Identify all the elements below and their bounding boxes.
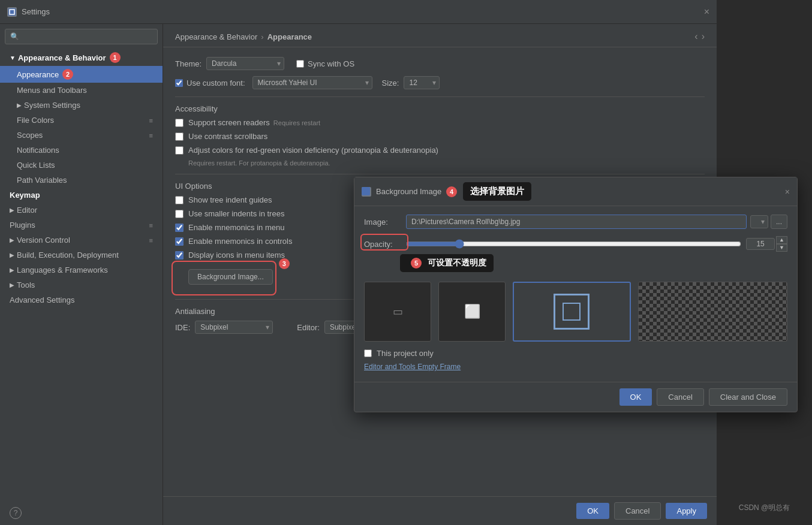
close-button[interactable]: × <box>704 7 709 17</box>
ok-button[interactable]: OK <box>576 503 609 519</box>
sidebar-item-file-colors[interactable]: File Colors ≡ <box>0 113 163 128</box>
plugins-icon: ≡ <box>149 222 153 229</box>
background-image-button[interactable]: Background Image... <box>188 269 273 285</box>
tree-indent-checkbox[interactable] <box>175 196 184 204</box>
image-dropdown[interactable] <box>750 215 768 228</box>
theme-select-wrapper: Darcula IntelliJ Light High contrast <box>206 57 284 70</box>
tree-indent-label: Show tree indent guides <box>188 195 272 204</box>
opacity-label: Opacity: <box>364 240 406 249</box>
image-dropdown-wrapper <box>750 215 768 228</box>
preview-tile-1[interactable] <box>513 282 631 342</box>
image-label: Image: <box>364 218 406 227</box>
sidebar-item-editor[interactable]: ▶ Editor <box>0 203 163 218</box>
sidebar-item-label: Keymap <box>10 191 40 200</box>
dialog-ok-button[interactable]: OK <box>619 388 652 406</box>
sidebar-item-label: Notifications <box>17 146 59 155</box>
contrast-scrollbars-label: Use contrast scrollbars <box>188 132 267 141</box>
sidebar-item-scopes[interactable]: Scopes ≡ <box>0 128 163 143</box>
contrast-scrollbars-checkbox[interactable] <box>175 132 184 141</box>
sidebar-item-notifications[interactable]: Notifications <box>0 143 163 158</box>
sidebar-item-keymap[interactable]: Keymap <box>0 188 163 203</box>
expand-arrow: ▼ <box>10 55 16 61</box>
smaller-indents-checkbox[interactable] <box>175 210 184 218</box>
opacity-up[interactable]: ▲ <box>776 236 787 244</box>
sidebar-item-label: Appearance & Behavior <box>18 53 106 62</box>
preview-tile-icon <box>554 294 590 330</box>
screen-readers-label: Support screen readers <box>188 118 270 127</box>
breadcrumb: Appearance & Behavior › Appearance <box>175 32 312 41</box>
dialog-footer: OK Cancel Clear and Close <box>354 382 797 412</box>
dialog-cancel-button[interactable]: Cancel <box>657 388 703 406</box>
project-only-checkbox[interactable] <box>364 349 372 357</box>
help-icon[interactable]: ? <box>10 507 22 519</box>
sidebar: 🔍 ▼ Appearance & Behavior 1 Appearance 2… <box>0 24 163 525</box>
nav-forward[interactable]: › <box>702 31 705 42</box>
sidebar-item-appearance[interactable]: Appearance 2 <box>0 66 163 83</box>
color-blind-note: Requires restart. For protanopia & deute… <box>175 159 705 167</box>
preview-checker-cell[interactable] <box>638 282 788 342</box>
image-path-input[interactable] <box>406 215 747 229</box>
ide-aa-select[interactable]: Subpixel Grayscale None <box>195 321 273 334</box>
fill-icon: ▭ <box>393 305 403 318</box>
opacity-tooltip: 5 可设置不透明度 <box>400 254 494 272</box>
sidebar-item-version-control[interactable]: ▶ Version Control ≡ <box>0 233 163 248</box>
theme-label: Theme: <box>175 59 202 68</box>
opacity-slider[interactable] <box>406 239 741 249</box>
badge-1: 1 <box>110 52 121 63</box>
font-row: Use custom font: Microsoft YaHei UI Aria… <box>175 76 705 89</box>
mnemonics-controls-checkbox[interactable] <box>175 237 184 246</box>
font-select[interactable]: Microsoft YaHei UI Arial Segoe UI <box>252 76 372 89</box>
vc-icon: ≡ <box>149 237 153 244</box>
sidebar-item-path-variables[interactable]: Path Variables <box>0 173 163 188</box>
sidebar-item-build[interactable]: ▶ Build, Execution, Deployment <box>0 248 163 262</box>
dialog-icon <box>362 187 371 197</box>
dialog-clear-close-button[interactable]: Clear and Close <box>709 388 787 406</box>
sidebar-item-plugins[interactable]: Plugins ≡ <box>0 218 163 233</box>
search-box[interactable]: 🔍 <box>5 29 158 44</box>
sidebar-item-label: Quick Lists <box>17 161 55 170</box>
content-header: Appearance & Behavior › Appearance ‹ › <box>163 24 717 47</box>
sidebar-item-menus-toolbars[interactable]: Menus and Toolbars <box>0 83 163 98</box>
opacity-stepper[interactable]: ▲ ▼ <box>776 236 787 252</box>
cancel-button[interactable]: Cancel <box>614 502 661 520</box>
project-only-label: This project only <box>377 349 434 358</box>
apply-button[interactable]: Apply <box>666 503 707 519</box>
use-custom-font-checkbox[interactable] <box>175 79 183 87</box>
expand-arrow: ▶ <box>10 252 14 258</box>
nav-back[interactable]: ‹ <box>694 31 697 42</box>
search-icon: 🔍 <box>10 32 19 41</box>
search-input[interactable] <box>23 32 152 41</box>
project-only-row: This project only <box>364 349 787 358</box>
expand-arrow: ▶ <box>10 267 14 273</box>
browse-button[interactable]: ... <box>771 215 787 229</box>
display-icons-label: Display icons in menu items <box>188 251 285 260</box>
opacity-down[interactable]: ▼ <box>776 244 787 252</box>
screen-readers-checkbox[interactable] <box>175 119 184 127</box>
preview-center[interactable]: ⬜ <box>438 282 506 342</box>
divider-1 <box>175 96 705 97</box>
sidebar-item-label: Version Control <box>17 236 70 245</box>
dialog-close-button[interactable]: × <box>785 187 790 197</box>
sidebar-item-languages[interactable]: ▶ Languages & Frameworks <box>0 262 163 277</box>
file-colors-icon: ≡ <box>149 117 153 124</box>
display-icons-checkbox[interactable] <box>175 251 184 260</box>
sidebar-item-advanced[interactable]: Advanced Settings <box>0 292 163 307</box>
mnemonics-controls-label: Enable mnemonics in controls <box>188 237 292 246</box>
slider-wrapper <box>406 238 741 250</box>
sidebar-item-tools[interactable]: ▶ Tools <box>0 277 163 292</box>
preview-fill[interactable]: ▭ <box>364 282 431 342</box>
font-select-wrapper: Microsoft YaHei UI Arial Segoe UI <box>252 76 372 89</box>
sidebar-item-appearance-behavior[interactable]: ▼ Appearance & Behavior 1 <box>0 49 163 66</box>
color-blind-checkbox[interactable] <box>175 146 184 155</box>
sync-os-checkbox[interactable] <box>296 60 304 68</box>
sidebar-item-quick-lists[interactable]: Quick Lists <box>0 158 163 173</box>
sidebar-item-system-settings[interactable]: ▶ System Settings <box>0 98 163 113</box>
size-select[interactable]: 12 10 11 13 14 <box>404 76 440 89</box>
mnemonics-menu-checkbox[interactable] <box>175 224 184 232</box>
opacity-tooltip-text: 可设置不透明度 <box>428 258 486 267</box>
checker-grid <box>685 291 739 333</box>
theme-select[interactable]: Darcula IntelliJ Light High contrast <box>206 57 284 70</box>
smaller-indents-label: Use smaller indents in trees <box>188 209 284 218</box>
editor-tools-label[interactable]: Editor and Tools Empty Frame <box>364 363 787 371</box>
center-icon: ⬜ <box>464 304 480 319</box>
